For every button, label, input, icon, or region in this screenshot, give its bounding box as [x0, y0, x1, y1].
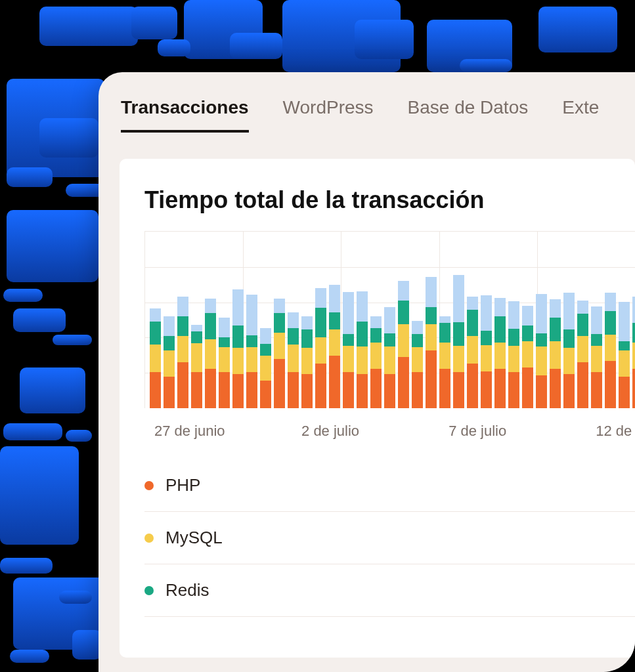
bar-segment-other — [343, 292, 354, 334]
bar-segment-php — [343, 372, 354, 408]
bar-column — [412, 321, 423, 408]
bar-column — [467, 297, 478, 408]
bar-segment-redis — [315, 308, 326, 337]
bar-segment-redis — [343, 334, 354, 346]
bg-square — [460, 59, 512, 72]
bar-segment-redis — [357, 322, 368, 346]
tab-bar: TransaccionesWordPressBase de DatosExte — [99, 72, 635, 133]
bg-square — [53, 335, 92, 345]
bar-column — [522, 306, 533, 408]
bar-segment-mysql — [219, 347, 230, 372]
x-tick-label: 2 de julio — [301, 423, 359, 440]
chart-bars — [150, 231, 635, 408]
tab-wordpress[interactable]: WordPress — [283, 97, 374, 133]
bar-segment-other — [205, 299, 216, 313]
bar-column — [164, 316, 175, 408]
bar-segment-redis — [301, 329, 313, 348]
bar-segment-mysql — [467, 336, 478, 364]
bar-segment-redis — [164, 336, 175, 350]
bar-segment-redis — [150, 322, 161, 345]
bar-column — [577, 301, 588, 408]
bar-segment-mysql — [522, 341, 533, 368]
bar-column — [619, 302, 630, 408]
bar-segment-php — [384, 374, 395, 408]
bar-column — [494, 298, 506, 408]
bar-segment-php — [467, 364, 478, 408]
bar-segment-php — [246, 372, 257, 408]
bar-segment-mysql — [439, 343, 450, 369]
bar-segment-mysql — [494, 343, 506, 369]
bar-segment-redis — [191, 331, 202, 343]
bar-column — [329, 285, 340, 408]
x-tick-label: 7 de julio — [449, 423, 506, 440]
bar-segment-other — [384, 307, 395, 333]
bar-column — [632, 297, 635, 408]
bar-column — [439, 316, 450, 408]
bar-segment-php — [605, 361, 616, 408]
bar-segment-other — [357, 291, 368, 322]
bar-segment-mysql — [619, 350, 630, 377]
bg-square — [20, 368, 85, 413]
bar-segment-php — [177, 362, 188, 408]
bar-segment-redis — [398, 301, 409, 324]
bg-square — [0, 446, 79, 545]
bar-column — [288, 312, 299, 408]
bar-column — [177, 297, 188, 408]
bar-segment-php — [550, 369, 561, 408]
bar-column — [398, 281, 409, 408]
bar-segment-mysql — [632, 343, 635, 369]
bar-segment-php — [205, 369, 216, 408]
bar-segment-php — [412, 372, 423, 408]
bar-segment-redis — [384, 333, 395, 346]
bar-segment-redis — [205, 313, 216, 339]
bar-segment-redis — [329, 312, 340, 329]
tab-base-de-datos[interactable]: Base de Datos — [408, 97, 529, 133]
bar-segment-php — [632, 369, 635, 408]
bar-column — [605, 293, 616, 408]
bar-segment-php — [536, 375, 547, 408]
chart-card: Tiempo total de la transacción 27 de jun… — [120, 159, 635, 658]
legend-label: PHP — [165, 475, 200, 495]
bar-column — [219, 318, 230, 408]
bar-segment-mysql — [301, 348, 313, 374]
bar-segment-other — [315, 288, 326, 308]
bar-segment-redis — [522, 326, 533, 341]
bar-segment-mysql — [191, 343, 202, 372]
bar-segment-mysql — [164, 350, 175, 377]
bar-segment-other — [232, 289, 244, 326]
bar-segment-mysql — [563, 348, 575, 374]
bar-segment-redis — [370, 328, 382, 343]
bar-segment-php — [439, 369, 450, 408]
bar-segment-other — [494, 298, 506, 316]
bg-square — [355, 20, 414, 59]
bar-segment-redis — [412, 334, 423, 347]
bar-segment-php — [260, 381, 271, 408]
bar-column — [550, 299, 561, 408]
bg-square — [39, 118, 99, 158]
bar-column — [150, 308, 161, 408]
tab-transacciones[interactable]: Transacciones — [121, 97, 249, 133]
bar-segment-php — [563, 374, 575, 408]
bar-segment-other — [536, 294, 547, 333]
bar-column — [357, 291, 368, 408]
bar-column — [205, 299, 216, 408]
bar-segment-other — [591, 306, 602, 334]
bar-segment-mysql — [315, 337, 326, 364]
bar-segment-mysql — [370, 343, 382, 369]
bar-segment-php — [150, 372, 161, 408]
bar-segment-php — [232, 374, 244, 408]
bar-segment-other — [301, 316, 313, 329]
bar-segment-mysql — [357, 346, 368, 374]
chart-legend: PHPMySQLRedis — [144, 459, 635, 617]
bar-column — [301, 316, 313, 408]
bg-square — [3, 423, 62, 440]
bar-segment-other — [329, 285, 340, 312]
bar-segment-other — [164, 316, 175, 336]
bar-segment-other — [260, 328, 271, 344]
bg-square — [39, 7, 138, 46]
bar-segment-redis — [508, 329, 519, 346]
bg-square — [7, 167, 53, 187]
tab-exte[interactable]: Exte — [562, 97, 599, 133]
bar-segment-mysql — [605, 335, 616, 361]
bar-segment-php — [315, 364, 326, 408]
